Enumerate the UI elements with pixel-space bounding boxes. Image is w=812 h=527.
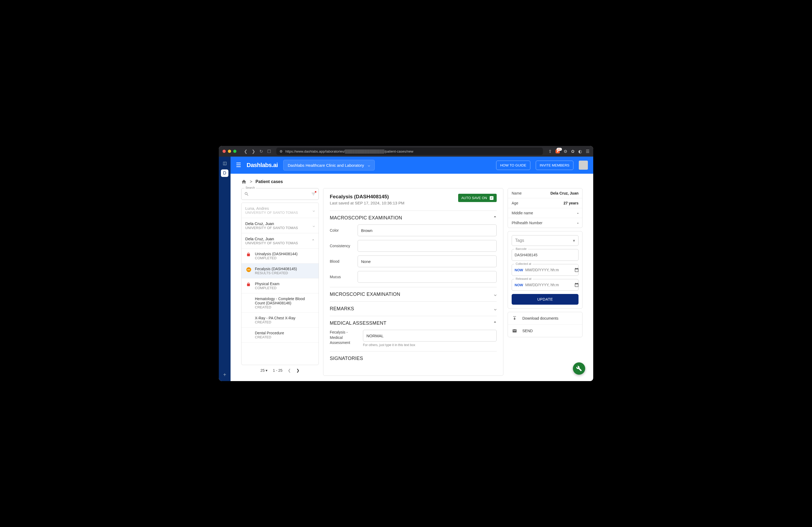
color-input[interactable] [358, 225, 497, 236]
window-max-icon[interactable] [233, 150, 236, 153]
tags-label: Tags [515, 238, 524, 243]
brave-shield-icon[interactable]: ● [555, 149, 560, 153]
page-size[interactable]: 25 ▾ [261, 368, 267, 373]
tools-fab[interactable] [573, 362, 585, 375]
test-title: Dental Procedure [255, 331, 284, 335]
section-title: MACROSCOPIC EXAMINATION [330, 215, 402, 221]
test-item[interactable]: Hematology - Complete Blood Count (DASH4… [242, 293, 319, 313]
collected-input[interactable] [525, 268, 572, 272]
field-hint: For others, just type it in this text bo… [363, 343, 497, 347]
hamburger-icon[interactable]: ☰ [236, 162, 241, 169]
test-item[interactable]: X-Ray - PA Chest X-RayCREATED [242, 313, 319, 328]
case-title: Fecalysis (DASH408145) [330, 194, 404, 200]
mucus-input[interactable] [358, 271, 497, 283]
leaf-icon[interactable]: ✿ [571, 149, 575, 154]
browser-siderail: ◫ D + [219, 156, 231, 381]
bookmark-icon[interactable]: ☐ [267, 149, 271, 154]
howto-button[interactable]: HOW TO GUIDE [496, 161, 531, 170]
page-prev-icon[interactable]: ❮ [288, 368, 291, 373]
lock-icon [246, 252, 251, 257]
org-selector[interactable]: Dashlabs Healthcare Clinic and Laborator… [283, 160, 375, 170]
now-button[interactable]: NOW [514, 283, 523, 287]
section-macro-header[interactable]: MACROSCOPIC EXAMINATION ⌃ [330, 215, 497, 221]
test-title: Fecalysis (DASH408145) [255, 267, 297, 271]
test-status: COMPLETED [255, 286, 279, 290]
test-title: Hematology - Complete Blood Count (DASH4… [255, 297, 315, 305]
released-input[interactable] [525, 283, 572, 287]
page-range: 1 - 25 [273, 368, 282, 373]
breadcrumb-sep: > [250, 179, 252, 184]
filter-icon[interactable] [311, 192, 316, 196]
search-label: Search [245, 186, 256, 189]
home-icon[interactable] [241, 179, 247, 184]
info-value: Dela Cruz, Juan [550, 191, 579, 195]
test-item[interactable]: Dental ProcedureCREATED [242, 328, 319, 343]
medassess-input[interactable] [363, 330, 497, 342]
info-value: 27 years [564, 201, 579, 205]
now-button[interactable]: NOW [514, 268, 523, 272]
patient-name: Dela Cruz, Juan [245, 221, 298, 226]
chevron-down-icon: ⌵ [494, 292, 497, 297]
consistency-input[interactable] [358, 240, 497, 252]
info-label: Name [512, 191, 522, 195]
pager: 25 ▾ 1 - 25 ❮ ❯ [241, 365, 319, 376]
barcode-input[interactable] [514, 253, 576, 257]
section-remarks-header[interactable]: REMARKS ⌵ [330, 306, 497, 312]
url-text: https://www.dashlabs.app/laboratories/██… [285, 149, 413, 153]
section-micro-header[interactable]: MICROSCOPIC EXAMINATION ⌵ [330, 291, 497, 297]
patient-case-item[interactable]: Dela Cruz, Juan UNIVERSITY OF SANTO TOMA… [242, 218, 319, 233]
patient-org: UNIVERSITY OF SANTO TOMAS [245, 211, 298, 215]
section-signatories-header[interactable]: SIGNATORIES [330, 356, 497, 361]
nav-reload-icon[interactable]: ↻ [259, 149, 263, 154]
tags-select[interactable]: Tags ▾ [512, 235, 579, 246]
app-topbar: ☰ Dashlabs.ai Dashlabs Healthcare Clinic… [231, 156, 593, 174]
search-input[interactable] [251, 192, 309, 196]
siderail-add-icon[interactable]: + [223, 372, 226, 378]
menu-icon[interactable]: ☰ [586, 149, 590, 154]
field-label: Blood [330, 259, 354, 264]
nav-back-icon[interactable]: ❮ [244, 149, 247, 154]
calendar-icon[interactable] [574, 268, 579, 272]
info-label: Age [512, 201, 518, 205]
page-next-icon[interactable]: ❯ [296, 368, 300, 373]
share-icon[interactable]: ⇪ [548, 149, 552, 154]
autosave-label: AUTO SAVE ON [461, 196, 487, 200]
info-label: Middle name [512, 211, 533, 215]
window-close-icon[interactable] [222, 150, 226, 153]
org-name: Dashlabs Healthcare Clinic and Laborator… [288, 163, 364, 168]
section-title: REMARKS [330, 306, 354, 312]
patient-org: UNIVERSITY OF SANTO TOMAS [245, 226, 298, 230]
dropdown-icon: ▾ [573, 238, 575, 243]
section-medassess-header[interactable]: MEDICAL ASSESSMENT ⌃ [330, 320, 497, 326]
siderail-app-icon[interactable]: D [221, 169, 228, 177]
test-item[interactable]: ••• Fecalysis (DASH408145)RESULTS CREATE… [242, 264, 319, 278]
extensions-icon[interactable]: ⚙ [564, 149, 567, 154]
patient-case-list: Luna, Andres UNIVERSITY OF SANTO TOMAS ⌵… [241, 202, 319, 365]
nav-forward-icon[interactable]: ❯ [252, 149, 255, 154]
autosave-toggle[interactable]: AUTO SAVE ON ✓ [458, 194, 497, 202]
calendar-icon[interactable] [574, 283, 579, 287]
siderail-panel-icon[interactable]: ◫ [221, 159, 228, 167]
url-bar[interactable]: ⚙ https://www.dashlabs.app/laboratories/… [276, 148, 543, 155]
info-value: - [577, 221, 579, 225]
invite-button[interactable]: INVITE MEMBERS [536, 161, 574, 170]
download-documents[interactable]: Download documents [508, 312, 582, 325]
site-settings-icon[interactable]: ⚙ [279, 149, 283, 153]
moon-icon[interactable]: ◐ [578, 149, 582, 154]
test-item[interactable]: Physical ExamCOMPLETED [242, 278, 319, 293]
breadcrumb-current: Patient cases [256, 179, 283, 184]
update-button[interactable]: UPDATE [512, 294, 579, 305]
chevron-up-icon: ⌃ [493, 215, 497, 221]
chevron-down-icon: ⌵ [494, 306, 497, 311]
user-avatar[interactable] [579, 161, 588, 170]
send-action[interactable]: SEND [508, 325, 582, 337]
window-min-icon[interactable] [228, 150, 231, 153]
info-value: - [577, 211, 579, 215]
patient-case-item[interactable]: Luna, Andres UNIVERSITY OF SANTO TOMAS ⌵ [242, 203, 319, 218]
test-status: RESULTS CREATED [255, 271, 297, 275]
chevron-down-icon: ⌵ [368, 163, 370, 168]
patient-name: Luna, Andres [245, 206, 298, 211]
patient-case-item[interactable]: Dela Cruz, Juan UNIVERSITY OF SANTO TOMA… [242, 233, 319, 249]
test-item[interactable]: Urinalysis (DASH408144)COMPLETED [242, 249, 319, 264]
blood-input[interactable] [358, 255, 497, 267]
